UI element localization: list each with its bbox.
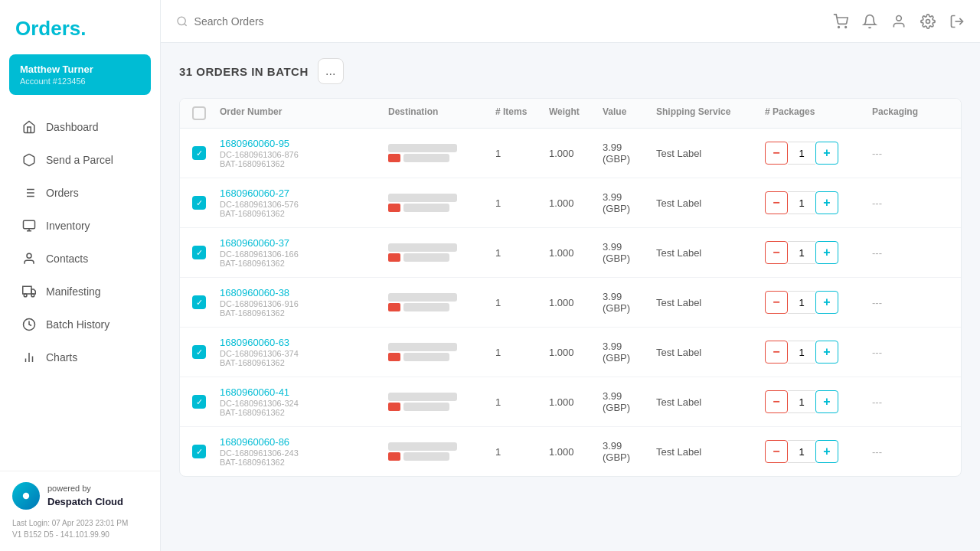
weight-cell: 1.000	[549, 446, 603, 458]
shipping-service-cell: Test Label	[656, 396, 765, 408]
col-header-destination: Destination	[388, 106, 495, 120]
sidebar-item-inventory[interactable]: Inventory	[6, 210, 154, 242]
powered-by-label: powered by	[47, 484, 91, 493]
packages-increase-button[interactable]: +	[815, 341, 838, 364]
packages-increase-button[interactable]: +	[815, 241, 838, 264]
sidebar-item-contacts[interactable]: Contacts	[6, 243, 154, 275]
sidebar-item-send-parcel[interactable]: Send a Parcel	[6, 144, 154, 176]
row-checkbox[interactable]: ✓	[192, 395, 206, 409]
order-bat: BAT-1680961362	[220, 408, 388, 417]
packages-increase-button[interactable]: +	[815, 142, 838, 165]
dest-name-blurred	[388, 243, 457, 252]
order-bat: BAT-1680961362	[220, 308, 388, 318]
packages-decrease-button[interactable]: −	[765, 440, 788, 463]
packages-increase-button[interactable]: +	[815, 390, 838, 413]
batch-more-button[interactable]: ...	[318, 58, 344, 84]
sidebar-item-dashboard[interactable]: Dashboard	[6, 111, 154, 143]
user-icon[interactable]	[891, 14, 906, 29]
select-all-checkbox[interactable]	[192, 106, 206, 120]
svg-line-20	[185, 24, 187, 26]
row-checkbox[interactable]: ✓	[192, 295, 206, 309]
order-dc: DC-1680961306-166	[220, 249, 388, 259]
row-checkbox[interactable]: ✓	[192, 345, 206, 359]
row-checkbox[interactable]: ✓	[192, 246, 206, 259]
order-number[interactable]: 1680960060-63	[220, 337, 388, 348]
row-checkbox[interactable]: ✓	[192, 146, 206, 160]
packages-input[interactable]	[788, 390, 815, 413]
packages-input[interactable]	[788, 440, 815, 463]
dc-logo	[12, 482, 40, 510]
packaging-cell: ---	[872, 148, 949, 159]
logo-dot: .	[80, 17, 86, 40]
packages-increase-button[interactable]: +	[815, 191, 838, 214]
dest-name-blurred	[388, 293, 457, 302]
main-area: 31 ORDERS IN BATCH ... Order Number Dest…	[161, 0, 980, 551]
weight-cell: 1.000	[549, 297, 603, 308]
sidebar-item-charts[interactable]: Charts	[6, 341, 154, 373]
packages-increase-button[interactable]: +	[815, 440, 838, 463]
order-number[interactable]: 1680960060-37	[220, 237, 388, 249]
sidebar: Orders. Matthew Turner Account #123456 D…	[0, 0, 161, 551]
packages-increase-button[interactable]: +	[815, 291, 838, 314]
order-number-cell: 1680960060-38 DC-1680961306-916 BAT-1680…	[220, 287, 388, 318]
packages-input[interactable]	[788, 191, 815, 214]
dest-flag	[388, 403, 400, 411]
dest-country-blurred	[403, 403, 449, 411]
packages-decrease-button[interactable]: −	[765, 291, 788, 314]
packages-controls: − +	[765, 142, 872, 165]
svg-point-23	[897, 15, 902, 21]
row-checkbox[interactable]: ✓	[192, 196, 206, 210]
row-checkbox[interactable]: ✓	[192, 445, 206, 458]
packaging-cell: ---	[872, 446, 949, 458]
packages-input[interactable]	[788, 142, 815, 165]
user-card[interactable]: Matthew Turner Account #123456	[9, 54, 151, 95]
order-bat: BAT-1680961362	[220, 259, 388, 268]
dest-flag	[388, 303, 400, 311]
bell-icon[interactable]	[862, 14, 877, 29]
packages-decrease-button[interactable]: −	[765, 390, 788, 413]
dest-flag	[388, 353, 400, 361]
packages-input[interactable]	[788, 341, 815, 364]
order-number[interactable]: 1680960060-38	[220, 287, 388, 298]
search-input[interactable]	[194, 15, 824, 28]
svg-point-21	[838, 26, 840, 28]
topbar	[161, 0, 980, 43]
packages-decrease-button[interactable]: −	[765, 142, 788, 165]
box-icon	[21, 152, 37, 168]
svg-point-9	[27, 253, 31, 258]
shipping-service-cell: Test Label	[656, 247, 765, 259]
packages-input[interactable]	[788, 291, 815, 314]
svg-point-12	[24, 294, 27, 297]
row-checkbox-cell: ✓	[192, 445, 220, 458]
sidebar-item-send-parcel-label: Send a Parcel	[46, 154, 113, 166]
order-number[interactable]: 1680960060-86	[220, 436, 388, 448]
sidebar-item-batch-history[interactable]: Batch History	[6, 308, 154, 341]
svg-point-19	[178, 17, 185, 24]
order-number[interactable]: 1680960060-95	[220, 138, 388, 149]
sidebar-item-orders[interactable]: Orders	[6, 177, 154, 209]
packaging-cell: ---	[872, 347, 949, 358]
packages-input[interactable]	[788, 241, 815, 264]
sidebar-item-inventory-label: Inventory	[46, 220, 90, 232]
order-number-cell: 1680960060-41 DC-1680961306-324 BAT-1680…	[220, 386, 388, 417]
col-header-check	[192, 106, 220, 120]
dest-name-blurred	[388, 442, 457, 451]
sidebar-item-manifesting[interactable]: Manifesting	[6, 276, 154, 308]
order-number[interactable]: 1680960060-41	[220, 386, 388, 398]
settings-icon[interactable]	[920, 14, 936, 29]
destination-cell	[388, 393, 495, 411]
packages-decrease-button[interactable]: −	[765, 241, 788, 264]
shipping-service-cell: Test Label	[656, 148, 765, 159]
packages-decrease-button[interactable]: −	[765, 191, 788, 214]
sidebar-nav: Dashboard Send a Parcel Orders Inventory	[0, 107, 160, 471]
cart-icon[interactable]	[833, 14, 848, 29]
table-row: ✓ 1680960060-27 DC-1680961306-576 BAT-16…	[180, 178, 961, 228]
order-dc: DC-1680961306-374	[220, 349, 388, 358]
dest-flag	[388, 452, 400, 461]
order-number[interactable]: 1680960060-27	[220, 187, 388, 199]
last-login-label: Last Login:	[12, 519, 50, 527]
powered-by: powered by Despatch Cloud	[12, 482, 148, 510]
packages-decrease-button[interactable]: −	[765, 341, 788, 364]
signout-icon[interactable]	[949, 14, 965, 29]
brand-name: Despatch Cloud	[47, 495, 123, 509]
